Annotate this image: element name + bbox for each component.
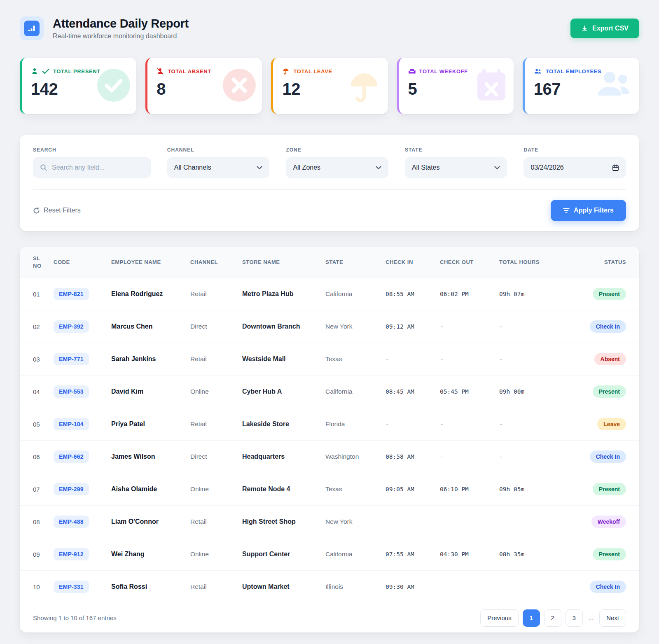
cell-check-in: 09:05 AM bbox=[381, 473, 436, 506]
cell-state: Texas bbox=[321, 473, 381, 506]
col-header-check-out: CHECK OUT bbox=[436, 247, 495, 278]
col-header-sl-no: SL NO bbox=[20, 247, 49, 278]
app-logo bbox=[20, 16, 44, 40]
cell-check-out: 04:30 PM bbox=[436, 538, 495, 571]
table-row: 05EMP-104Priya PatelRetailLakeside Store… bbox=[20, 408, 639, 441]
cell-channel: Online bbox=[186, 376, 238, 408]
download-icon bbox=[581, 25, 588, 32]
export-csv-label: Export CSV bbox=[592, 25, 629, 32]
cell-check-in: 08:45 AM bbox=[381, 376, 436, 408]
cell-check-in: - bbox=[381, 506, 436, 538]
cell-code: EMP-299 bbox=[49, 473, 107, 506]
col-header-employee-name: EMPLOYEE NAME bbox=[107, 247, 186, 278]
umbrella-watermark-icon bbox=[346, 68, 382, 106]
people-icon bbox=[534, 68, 542, 75]
cell-store-name: Headquarters bbox=[238, 441, 321, 473]
calendar-icon bbox=[612, 164, 619, 171]
channel-field-group: CHANNEL All Channels bbox=[167, 147, 270, 178]
chevron-down-icon bbox=[376, 166, 381, 170]
user-icon bbox=[31, 68, 38, 75]
cell-employee-name: Sofia Rossi bbox=[107, 571, 186, 603]
table-row: 09EMP-912Wei ZhangOnlineSupport CenterCa… bbox=[20, 538, 639, 571]
stat-card-total-employees: TOTAL EMPLOYEES 167 bbox=[523, 58, 639, 114]
reset-filters-label: Reset Filters bbox=[44, 207, 81, 214]
date-input[interactable]: 03/24/2026 bbox=[523, 157, 626, 178]
stat-card-total-leave: TOTAL LEAVE 12 bbox=[271, 58, 388, 114]
export-csv-button[interactable]: Export CSV bbox=[570, 19, 639, 38]
cell-check-out: - bbox=[436, 506, 495, 538]
cell-check-in: 09:12 AM bbox=[381, 310, 436, 343]
status-badge: Present bbox=[593, 483, 626, 495]
cell-sl-no: 07 bbox=[20, 473, 49, 506]
cell-state: Florida bbox=[321, 408, 381, 441]
channel-select-value: All Channels bbox=[174, 164, 257, 171]
cell-total-hours: - bbox=[495, 343, 564, 376]
attendance-table-card: SL NO CODE EMPLOYEE NAME CHANNEL STORE N… bbox=[20, 247, 639, 632]
search-input[interactable] bbox=[52, 164, 144, 171]
cell-state: Washington bbox=[321, 441, 381, 473]
cell-store-name: Support Center bbox=[238, 538, 321, 571]
umbrella-icon bbox=[282, 68, 290, 75]
cell-check-out: - bbox=[436, 408, 495, 441]
zone-select[interactable]: All Zones bbox=[286, 157, 388, 178]
page-header: Attendance Daily Report Real-time workfo… bbox=[20, 16, 639, 40]
chevron-down-icon bbox=[494, 166, 500, 170]
state-select[interactable]: All States bbox=[405, 157, 507, 178]
stat-label: TOTAL ABSENT bbox=[168, 68, 211, 75]
cell-code: EMP-488 bbox=[49, 506, 107, 538]
status-badge: Check In bbox=[590, 450, 626, 463]
cell-store-name: Westside Mall bbox=[238, 343, 321, 376]
cell-total-hours: 08h 35m bbox=[495, 538, 564, 571]
cell-store-name: Remote Node 4 bbox=[238, 473, 321, 506]
cell-check-in: 08:55 AM bbox=[381, 278, 436, 310]
cell-code: EMP-392 bbox=[49, 310, 107, 343]
channel-select[interactable]: All Channels bbox=[167, 157, 270, 178]
reset-filters-button[interactable]: Reset Filters bbox=[33, 207, 81, 214]
cell-total-hours: 09h 07m bbox=[495, 278, 564, 310]
check-circle-watermark-icon bbox=[97, 68, 131, 104]
cell-sl-no: 03 bbox=[20, 343, 49, 376]
cell-store-name: Metro Plaza Hub bbox=[238, 278, 321, 310]
weekend-icon bbox=[408, 68, 416, 75]
cell-check-in: - bbox=[381, 343, 436, 376]
employee-code-badge: EMP-299 bbox=[54, 483, 89, 495]
state-select-value: All States bbox=[412, 164, 495, 171]
cell-employee-name: Priya Patel bbox=[107, 408, 186, 441]
calendar-x-watermark-icon bbox=[475, 68, 508, 105]
cell-check-out: 06:02 PM bbox=[436, 278, 495, 310]
employee-code-badge: EMP-771 bbox=[54, 353, 89, 365]
stat-label: TOTAL LEAVE bbox=[293, 68, 332, 75]
cell-status: Present bbox=[564, 473, 639, 506]
cell-employee-name: Aisha Olamide bbox=[107, 473, 186, 506]
cell-sl-no: 02 bbox=[20, 310, 49, 343]
people-watermark-icon bbox=[594, 68, 633, 103]
cell-state: Illinois bbox=[321, 571, 381, 603]
pagination-next-button[interactable]: Next bbox=[599, 609, 626, 627]
cell-state: California bbox=[321, 538, 381, 571]
cell-channel: Retail bbox=[186, 506, 238, 538]
status-badge: Absent bbox=[594, 353, 626, 365]
pagination-page-1-button[interactable]: 1 bbox=[523, 609, 540, 627]
table-row: 10EMP-331Sofia RossiRetailUptown MarketI… bbox=[20, 571, 639, 603]
filter-icon bbox=[563, 208, 570, 213]
status-badge: Present bbox=[593, 548, 626, 560]
pagination-page-2-button[interactable]: 2 bbox=[544, 609, 561, 627]
x-circle-watermark-icon bbox=[222, 68, 256, 104]
pagination-page-3-button[interactable]: 3 bbox=[566, 609, 583, 627]
cell-store-name: Uptown Market bbox=[238, 571, 321, 603]
zone-select-value: All Zones bbox=[293, 164, 376, 171]
cell-channel: Retail bbox=[186, 343, 238, 376]
cell-sl-no: 10 bbox=[20, 571, 49, 603]
status-badge: Leave bbox=[597, 418, 626, 430]
cell-total-hours: - bbox=[495, 441, 564, 473]
cell-check-in: 07:55 AM bbox=[381, 538, 436, 571]
table-row: 07EMP-299Aisha OlamideOnlineRemote Node … bbox=[20, 473, 639, 506]
cell-store-name: Lakeside Store bbox=[238, 408, 321, 441]
status-badge: Check In bbox=[590, 320, 626, 333]
col-header-code: CODE bbox=[49, 247, 107, 278]
cell-status: Check In bbox=[564, 441, 639, 473]
apply-filters-button[interactable]: Apply Filters bbox=[551, 200, 626, 221]
table-row: 02EMP-392Marcus ChenDirectDowntown Branc… bbox=[20, 310, 639, 343]
pagination-previous-button[interactable]: Previous bbox=[480, 609, 518, 627]
cell-channel: Retail bbox=[186, 278, 238, 310]
